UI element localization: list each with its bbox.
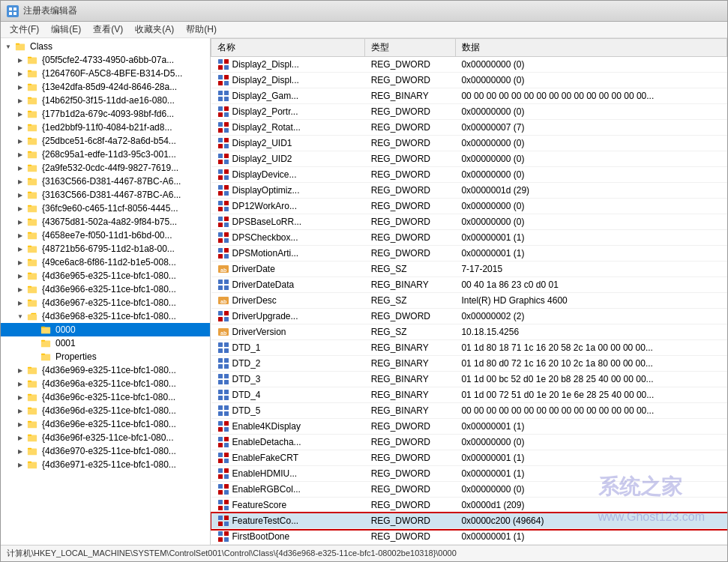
table-row[interactable]: Display2_Gam... REG_BINARY 00 00 00 00 0…: [211, 88, 727, 104]
table-row[interactable]: DisplayOptimiz... REG_DWORD 0x0000001d (…: [211, 183, 727, 199]
reg-type-cell: REG_DWORD: [365, 151, 456, 167]
table-row[interactable]: ab DriverDate REG_SZ 7-17-2015: [211, 262, 727, 277]
table-row[interactable]: DTD_4 REG_BINARY 01 1d 00 72 51 d0 1e 20…: [211, 387, 727, 403]
reg-name-cell: EnableDetacha...: [211, 435, 365, 450]
list-item[interactable]: ▶ {49ce6ac8-6f86-11d2-b1e5-008...: [1, 256, 210, 269]
table-row[interactable]: Enable4KDisplay REG_DWORD 0x00000001 (1): [211, 419, 727, 435]
svg-rect-49: [41, 340, 45, 342]
svg-rect-50: [41, 354, 50, 361]
table-row[interactable]: DTD_3 REG_BINARY 01 1d 00 bc 52 d0 1e 20…: [211, 372, 727, 387]
list-item[interactable]: ▶ {3163C566-D381-4467-87BC-A6...: [1, 188, 210, 202]
menu-edit[interactable]: 编辑(E): [45, 22, 87, 37]
table-row[interactable]: FirstBootDone REG_DWORD 0x00000001 (1): [211, 529, 727, 545]
list-item[interactable]: ▶ {13e42dfa-85d9-424d-8646-28a...: [1, 80, 210, 94]
list-item[interactable]: ▶ {43675d81-502a-4a82-9f84-b75...: [1, 215, 210, 229]
table-row[interactable]: DTD_2 REG_BINARY 01 1d 80 d0 72 1c 16 20…: [211, 356, 727, 372]
tree-item-label: {3163C566-D381-4467-87BC-A6...: [40, 190, 181, 200]
menu-favorites[interactable]: 收藏夹(A): [129, 22, 180, 37]
table-row[interactable]: DP12WorkAro... REG_DWORD 0x00000000 (0): [211, 199, 727, 214]
list-item[interactable]: ▶ {268c95a1-edfe-11d3-95c3-001...: [1, 148, 210, 161]
reg-name-cell: ab DriverDesc: [211, 293, 365, 309]
list-item[interactable]: ▶ {1ed2bbf9-11f0-4084-b21f-ad8...: [1, 121, 210, 134]
list-item[interactable]: ▶ {4d36e96e-e325-11ce-bfc1-080...: [1, 417, 210, 431]
list-item[interactable]: ▶ {4d36e96a-e325-11ce-bfc1-080...: [1, 377, 210, 390]
list-item[interactable]: ▶ {05f5cfe2-4733-4950-a6bb-07a...: [1, 53, 210, 67]
list-item[interactable]: ▶ {4d36e967-e325-11ce-bfc1-080...: [1, 296, 210, 309]
reg-type-cell: REG_DWORD: [365, 498, 456, 513]
tree-item-properties[interactable]: Properties: [1, 350, 210, 363]
tree-panel[interactable]: ▼ Class ▶ {05f5cfe2-4733-4950-a6bb-07a..…: [1, 38, 211, 545]
list-item[interactable]: ▶ {36fc9e60-c465-11cf-8056-4445...: [1, 202, 210, 215]
svg-rect-65: [28, 448, 31, 450]
table-row[interactable]: EnableFakeCRT REG_DWORD 0x00000001 (1): [211, 450, 727, 466]
tree-toggle[interactable]: ▼: [2, 40, 14, 52]
table-row[interactable]: DriverUpgrade... REG_DWORD 0x00000002 (2…: [211, 309, 727, 324]
reg-name: Display2_Displ...: [232, 75, 299, 85]
table-row[interactable]: DriverDateData REG_BINARY 00 40 1a 86 23…: [211, 277, 727, 293]
menu-file[interactable]: 文件(F): [4, 22, 45, 37]
list-item[interactable]: ▶ {14b62f50-3f15-11dd-ae16-080...: [1, 94, 210, 107]
svg-rect-4: [16, 44, 25, 51]
tree-root-class[interactable]: ▼ Class: [1, 40, 210, 53]
reg-type-cell: REG_BINARY: [365, 387, 456, 403]
table-row[interactable]: FeatureScore REG_DWORD 0x0000d1 (209): [211, 498, 727, 513]
list-item[interactable]: ▼ {4d36e968-e325-11ce-bfc1-080...: [1, 309, 210, 323]
reg-name: DriverDateData: [232, 280, 295, 290]
table-row[interactable]: DPSCheckbox... REG_DWORD 0x00000001 (1): [211, 230, 727, 246]
list-item[interactable]: ▶ {4d36e966-e325-11ce-bfc1-080...: [1, 282, 210, 296]
table-row[interactable]: DPSMotionArti... REG_DWORD 0x00000001 (1…: [211, 246, 727, 262]
svg-rect-175: [224, 500, 229, 504]
list-item[interactable]: ▶ {4d36e970-e325-11ce-bfc1-080...: [1, 444, 210, 458]
table-row[interactable]: EnableHDMIU... REG_DWORD 0x00000001 (1): [211, 466, 727, 482]
list-item[interactable]: ▶ {3163C566-D381-4467-87BC-A6...: [1, 175, 210, 188]
list-item[interactable]: ▶ {4d36e969-e325-11ce-bfc1-080...: [1, 363, 210, 377]
list-item[interactable]: ▶ {2a9fe532-0cdc-44f9-9827-7619...: [1, 161, 210, 175]
reg-type-cell: REG_DWORD: [365, 214, 456, 230]
menu-help[interactable]: 帮助(H): [180, 22, 223, 37]
tree-item-label: {49ce6ac8-6f86-11d2-b1e5-008...: [40, 257, 176, 268]
svg-rect-24: [28, 179, 37, 186]
tree-item-0001[interactable]: 0001: [1, 336, 210, 350]
table-row[interactable]: EnableRGBCol... REG_DWORD 0x00000000 (0): [211, 482, 727, 498]
svg-rect-147: [224, 390, 229, 394]
list-item[interactable]: ▶ {48721b56-6795-11d2-b1a8-00...: [1, 242, 210, 256]
reg-data-cell: 0x00000002 (2): [455, 309, 727, 324]
reg-type-icon: ab: [217, 263, 229, 275]
list-item[interactable]: ▶ {4d36e96f-e325-11ce-bfc1-080...: [1, 431, 210, 444]
folder-icon: [26, 432, 38, 444]
svg-rect-164: [218, 459, 223, 463]
svg-rect-180: [218, 522, 223, 526]
reg-name: DTD_5: [232, 405, 261, 416]
table-row[interactable]: Display2_Rotat... REG_DWORD 0x00000007 (…: [211, 120, 727, 136]
list-item[interactable]: ▶ {4d36e965-e325-11ce-bfc1-080...: [1, 269, 210, 282]
table-row[interactable]: DPSBaseLoRR... REG_DWORD 0x00000000 (0): [211, 214, 727, 230]
table-row[interactable]: DisplayDevice... REG_DWORD 0x00000000 (0…: [211, 167, 727, 183]
reg-type-cell: REG_BINARY: [365, 340, 456, 356]
table-row[interactable]: DTD_1 REG_BINARY 01 1d 80 18 71 1c 16 20…: [211, 340, 727, 356]
svg-rect-142: [218, 374, 223, 378]
list-item[interactable]: ▶ {4658ee7e-f050-11d1-b6bd-00...: [1, 229, 210, 242]
list-item[interactable]: ▶ {4d36e96c-e325-11ce-bfc1-080...: [1, 390, 210, 404]
svg-rect-89: [224, 138, 229, 142]
table-row[interactable]: Display2_Displ... REG_DWORD 0x00000000 (…: [211, 73, 727, 88]
reg-name-cell: Enable4KDisplay: [211, 419, 365, 435]
registry-table-panel[interactable]: 名称 类型 数据 Display2_Displ... REG_DWORD 0x0…: [211, 38, 727, 545]
table-row[interactable]: FeatureTestCo... REG_DWORD 0x0000c200 (4…: [211, 513, 727, 529]
reg-data-cell: 0x00000001 (1): [455, 450, 727, 466]
table-row[interactable]: Display2_Displ... REG_DWORD 0x00000000 (…: [211, 57, 727, 73]
table-row[interactable]: DTD_5 REG_BINARY 00 00 00 00 00 00 00 00…: [211, 403, 727, 419]
table-row[interactable]: Display2_Portr... REG_DWORD 0x00000000 (…: [211, 104, 727, 120]
table-row[interactable]: ab DriverDesc REG_SZ Intel(R) HD Graphic…: [211, 293, 727, 309]
table-row[interactable]: Display2_UID2 REG_DWORD 0x00000000 (0): [211, 151, 727, 167]
list-item[interactable]: ▶ {4d36e971-e325-11ce-bfc1-080...: [1, 458, 210, 471]
list-item[interactable]: ▶ {25dbce51-6c8f-4a72-8a6d-b54...: [1, 134, 210, 148]
table-row[interactable]: Display2_UID1 REG_DWORD 0x00000000 (0): [211, 136, 727, 151]
reg-name-cell: DTD_3: [211, 372, 365, 387]
tree-item-0000[interactable]: 0000: [1, 323, 210, 336]
table-row[interactable]: EnableDetacha... REG_DWORD 0x00000000 (0…: [211, 435, 727, 450]
menu-view[interactable]: 查看(V): [87, 22, 129, 37]
list-item[interactable]: ▶ {177b1d2a-679c-4093-98bf-fd6...: [1, 107, 210, 121]
list-item[interactable]: ▶ {1264760F-A5C8-4BFE-B314-D5...: [1, 67, 210, 80]
table-row[interactable]: ab DriverVersion REG_SZ 10.18.15.4256: [211, 324, 727, 340]
list-item[interactable]: ▶ {4d36e96d-e325-11ce-bfc1-080...: [1, 404, 210, 417]
